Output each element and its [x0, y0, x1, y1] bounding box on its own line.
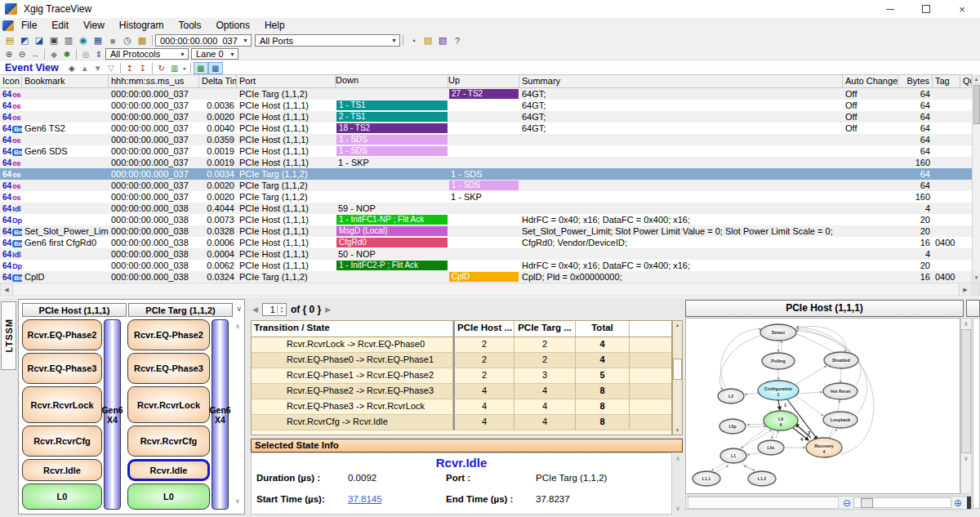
- scroll-down-icon[interactable]: ▼: [673, 428, 682, 433]
- color-map-icon[interactable]: ▧: [435, 34, 450, 47]
- time-combobox[interactable]: 000:00:00.000 037 ▼: [155, 34, 252, 47]
- open-trace-icon[interactable]: ▤: [2, 34, 17, 47]
- down-event-bar[interactable]: 1 - InitFC1-NP ; Flit Ack: [336, 215, 448, 225]
- diagram-node[interactable]: L04: [764, 411, 798, 430]
- help-icon[interactable]: ?: [450, 34, 465, 47]
- down-event-bar[interactable]: MsgD (Local): [336, 226, 448, 236]
- tab-ltssm[interactable]: LTSSM: [1, 301, 16, 370]
- next-event-icon[interactable]: ▼: [91, 63, 105, 74]
- scroll-up-icon[interactable]: ∧: [964, 319, 969, 328]
- diagram-next-panel-header-sliver[interactable]: [966, 300, 980, 317]
- diagram-node[interactable]: L0s: [758, 440, 784, 455]
- transition-row[interactable]: Rcvr.EQ-Phase2 -> Rcvr.EQ-Phase3448: [252, 384, 671, 399]
- panel-splitter-handle[interactable]: [967, 497, 971, 509]
- table-row[interactable]: 64Idl000:00:00.000_0380.0004PCIe Host (1…: [0, 248, 972, 260]
- jump-down-icon[interactable]: ↧: [136, 63, 149, 74]
- diagram-panel-header[interactable]: PCIe Host (1,1,1): [685, 300, 964, 317]
- legend-icon[interactable]: ▨: [421, 34, 435, 47]
- transition-row[interactable]: Rcvr.RcvrLock -> Rcvr.EQ-Phase0224: [252, 337, 671, 353]
- transition-row[interactable]: Rcvr.EQ-Phase3 -> Rcvr.RcvrLock448: [252, 399, 671, 415]
- down-event-bar[interactable]: 1 - SDS: [336, 146, 448, 156]
- clock-icon[interactable]: ◷: [120, 34, 135, 47]
- panel-layout-caret-icon[interactable]: ▾: [181, 63, 188, 74]
- diagram-node[interactable]: Polling: [762, 353, 795, 369]
- menu-tools[interactable]: Tools: [172, 20, 209, 31]
- ltssm-scroll-down-icon[interactable]: ∨: [233, 497, 243, 505]
- grid-view-icon[interactable]: ▦: [91, 34, 105, 47]
- workspace-save-icon[interactable]: ◪: [32, 34, 47, 47]
- snapshot-icon[interactable]: ▩: [135, 34, 149, 47]
- panel-layout-icon[interactable]: ▥: [168, 63, 181, 74]
- ltssm-state-box[interactable]: Rcvr.EQ-Phase2: [22, 319, 102, 350]
- ltssm-state-box[interactable]: L0: [127, 484, 210, 510]
- zoom-in-icon[interactable]: ⊕: [2, 49, 16, 60]
- pointer-select-icon[interactable]: ◈: [65, 63, 78, 74]
- ltssm-state-box[interactable]: Rcvr.EQ-Phase2: [127, 319, 210, 350]
- diagram-node[interactable]: Recovery4: [806, 438, 842, 457]
- diagram-node[interactable]: L1.2: [748, 471, 776, 486]
- save-all-icon[interactable]: ▥: [61, 34, 76, 47]
- transition-table-scrollbar[interactable]: ▲ ▼: [672, 320, 683, 435]
- table-row[interactable]: 64os000:00:00.000_0370.0036PCIe Host (1,…: [0, 100, 972, 111]
- start-time-link[interactable]: 37.8145: [348, 494, 382, 504]
- tag-icon[interactable]: ◆: [47, 49, 60, 60]
- save-icon[interactable]: ▣: [47, 34, 61, 47]
- table-row[interactable]: 64os000:00:00.000_0370.0020PCIe Targ (1,…: [0, 180, 972, 191]
- restore-button[interactable]: [908, 0, 944, 18]
- diagram-zoom-slider[interactable]: [853, 497, 951, 508]
- jump-up-icon[interactable]: ↥: [123, 63, 136, 74]
- down-event-bar[interactable]: 2 - TS1: [336, 112, 448, 122]
- table-row[interactable]: 64os000:00:00.000_0370.0020PCIe Host (1,…: [0, 111, 972, 123]
- menu-help[interactable]: Help: [257, 20, 292, 31]
- diagram-node[interactable]: L1.1: [693, 471, 720, 486]
- scroll-left-icon[interactable]: ◀: [1, 283, 13, 296]
- menu-view[interactable]: View: [76, 20, 112, 31]
- refresh-icon[interactable]: ↻: [155, 63, 168, 74]
- scroll-down-icon[interactable]: ∨: [964, 455, 969, 462]
- minimize-button[interactable]: [872, 0, 908, 18]
- menu-options[interactable]: Options: [209, 20, 257, 31]
- fit-width-icon[interactable]: ↔: [29, 49, 42, 60]
- diagram-node[interactable]: Detect: [760, 324, 796, 341]
- zoom-out-icon[interactable]: ⊖: [16, 49, 29, 60]
- down-event-bar[interactable]: 18 - TS2: [336, 123, 448, 133]
- ltssm-scroll-up-icon[interactable]: ∧: [233, 323, 243, 330]
- close-button[interactable]: ×: [944, 0, 980, 18]
- up-event-bar[interactable]: CplD: [449, 272, 519, 282]
- info-icon[interactable]: ◔: [406, 34, 421, 47]
- prev-event-icon[interactable]: ▲: [78, 63, 91, 74]
- ltssm-state-box[interactable]: L0: [22, 484, 102, 510]
- column-header-hhh-mm-ss-ms-us[interactable]: hhh:mm:ss.ms_us: [109, 75, 199, 87]
- scrollbar-thumb[interactable]: [961, 329, 971, 453]
- pager-prev-icon[interactable]: ◀: [252, 305, 258, 314]
- view-options-icon[interactable]: ◉: [76, 34, 91, 47]
- down-event-bar[interactable]: 1 - InitFC2-P ; Flit Ack: [336, 261, 448, 270]
- ltssm-state-box[interactable]: Rcvr.RcvrLock: [127, 386, 210, 423]
- diagram-zoom-in-icon[interactable]: ⊕: [951, 497, 964, 509]
- column-header-tag[interactable]: Tag: [933, 75, 960, 87]
- table-row[interactable]: 64Dp000:00:00.000_0380.0062PCIe Host (1,…: [0, 260, 972, 271]
- protocols-combobox[interactable]: All Protocols ▼: [105, 48, 189, 60]
- lane-combobox[interactable]: Lane 0 ▼: [191, 48, 238, 60]
- column-header-bytes[interactable]: Bytes: [898, 75, 933, 87]
- scroll-up-icon[interactable]: ∧: [673, 452, 683, 462]
- scroll-up-icon[interactable]: ▲: [973, 74, 980, 84]
- transition-row[interactable]: Rcvr.EQ-Phase1 -> Rcvr.EQ-Phase2235: [252, 368, 671, 384]
- scrollbar-thumb[interactable]: [973, 85, 980, 124]
- scroll-right-icon[interactable]: ▶: [959, 283, 971, 296]
- column-header-icon[interactable]: Icon: [0, 75, 22, 87]
- table-row[interactable]: 64os000:00:00.000_0370.0034PCIe Targ (1,…: [0, 168, 972, 180]
- ltssm-dropdown-icon[interactable]: ∨: [236, 305, 242, 313]
- scroll-up-icon[interactable]: ▲: [673, 321, 682, 328]
- find-icon[interactable]: ◎: [79, 49, 92, 60]
- scrollbar-thumb[interactable]: [673, 359, 682, 380]
- diagram-node[interactable]: Configuration1: [758, 381, 799, 400]
- down-event-bar[interactable]: 1 - SDS: [336, 135, 448, 145]
- up-event-bar[interactable]: 27 - TS2: [449, 89, 519, 99]
- spin-down-icon[interactable]: ▾: [281, 310, 283, 314]
- column-header-qu[interactable]: Qu: [960, 75, 972, 87]
- table-row[interactable]: 64BmGen6 first CfgRd0000:00:00.000_0380.…: [0, 237, 972, 248]
- ports-combobox[interactable]: All Ports ▼: [255, 34, 400, 47]
- diagram-node[interactable]: Disabled: [824, 352, 858, 368]
- diagram-node[interactable]: L0p: [719, 419, 746, 434]
